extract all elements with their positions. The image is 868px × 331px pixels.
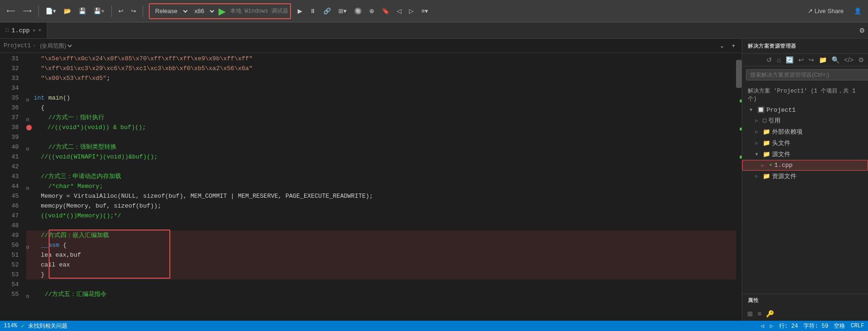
save-button[interactable]: 💾 xyxy=(76,6,89,16)
sidebar-settings-button[interactable]: ⚙ xyxy=(856,55,866,65)
code-line-48 xyxy=(26,221,736,230)
new-file-button[interactable]: 📄▾ xyxy=(43,6,59,16)
zoom-level[interactable]: 114% xyxy=(4,323,17,329)
sidebar-sync-button[interactable]: ↺ xyxy=(765,55,774,65)
tab-bar: □ 1.cpp ✕ × ⚙ xyxy=(0,22,868,39)
breakpoint-button[interactable]: 🔘 xyxy=(351,6,365,16)
status-spaces[interactable]: 空格 xyxy=(834,322,845,330)
config-release-select[interactable]: Release xyxy=(150,4,189,18)
save-all-button[interactable]: 💾+ xyxy=(91,6,108,16)
code-line-49: //方式四：嵌入汇编加载 xyxy=(26,230,736,240)
status-scroll-left[interactable]: ◁ xyxy=(761,323,764,330)
sidebar-undo-button[interactable]: ↩ xyxy=(796,55,806,65)
breadcrumb-scope-select[interactable]: (全局范围) xyxy=(38,42,73,50)
properties-grid-button[interactable]: ⊞ xyxy=(746,309,754,319)
sidebar-filter-button[interactable]: 🔍 xyxy=(830,55,841,65)
editor-container: Project1 › (全局范围) ⌄ + 31323334 35363738 … xyxy=(0,39,742,321)
sidebar-folder-button[interactable]: 📁 xyxy=(817,55,829,65)
tree-item-1cpp[interactable]: ▷ + 1.cpp xyxy=(742,160,868,171)
profile-button[interactable]: 👤 xyxy=(851,6,864,16)
tree-item-source[interactable]: ▼ 📁 源文件 xyxy=(742,149,868,160)
forward-button[interactable]: ⟶ xyxy=(20,6,35,16)
open-button[interactable]: 📂 xyxy=(61,6,74,16)
sidebar-refresh-button[interactable]: 🔄 xyxy=(784,55,795,65)
code-line-33: "\x00\x53\xff\xd5"; xyxy=(26,73,736,83)
code-line-31: "\x5e\xff\x0c\x24\x0f\x85\x70\xff\xff\xf… xyxy=(26,54,736,64)
tree-item-ext-deps[interactable]: ▷ 📁 外部依赖项 xyxy=(742,126,868,137)
more-button[interactable]: ≡▾ xyxy=(418,6,431,16)
code-line-46: memcpy(Memory, buf, sizeof(buf)); xyxy=(26,201,736,211)
chevron-ext: ▷ xyxy=(755,129,761,135)
status-scroll-right[interactable]: ▷ xyxy=(770,323,773,330)
breadcrumb-expand-button[interactable]: ⌄ xyxy=(717,41,727,51)
code-line-52: call eax xyxy=(26,260,736,270)
debug-play-button[interactable]: ▶ xyxy=(295,6,305,16)
toolbar: ⟵ ⟶ 📄▾ 📂 💾 💾+ ↩ ↪ Release x86 ▶ 本地 Windo… xyxy=(0,0,868,22)
properties-list-button[interactable]: ≡ xyxy=(756,309,763,319)
step-button[interactable]: ⏸ xyxy=(307,6,319,16)
project-icon: 🔲 xyxy=(757,106,765,114)
attach-button[interactable]: 🔗 xyxy=(321,6,334,16)
breakpoint-new[interactable]: ⊕ xyxy=(366,6,377,16)
live-share-button[interactable]: ↗ Live Share xyxy=(804,6,847,16)
back-button[interactable]: ⟵ xyxy=(4,6,18,16)
status-left: 114% ✔ 未找到相关问题 xyxy=(4,322,67,330)
fold-44[interactable]: ⊟ xyxy=(26,184,32,189)
config-arch-select[interactable]: x86 xyxy=(189,4,216,18)
undo-button[interactable]: ↩ xyxy=(116,6,126,16)
code-line-36: { xyxy=(26,103,736,113)
redo-button[interactable]: ↪ xyxy=(128,6,139,16)
sidebar-search-input[interactable] xyxy=(746,69,868,80)
breadcrumb-project[interactable]: Project1 xyxy=(4,43,31,49)
breakpoint-38 xyxy=(26,125,32,130)
ok-text: 未找到相关问题 xyxy=(28,323,67,330)
config-selector-box: Release x86 ▶ 本地 Windows 调试器 xyxy=(149,3,292,19)
tab-close-button[interactable]: × xyxy=(38,28,42,33)
code-line-41: //((void(WINAPI*)(void))&buf)(); xyxy=(26,152,736,162)
window-button[interactable]: ⊞▾ xyxy=(336,6,350,16)
tree-item-headers[interactable]: ▷ 📁 头文件 xyxy=(742,137,868,149)
code-line-38: //((void*)(void)) & buf)(); xyxy=(26,122,736,132)
source-icon: 📁 xyxy=(763,151,770,158)
bookmark-nav2[interactable]: ▷ xyxy=(406,6,416,16)
status-encoding[interactable]: CRLF xyxy=(851,323,864,329)
code-line-34 xyxy=(26,83,736,93)
status-line[interactable]: 行: 24 xyxy=(779,322,798,330)
sidebar-home-button[interactable]: ⌂ xyxy=(775,55,782,65)
scrollbar-thumb[interactable] xyxy=(736,60,742,88)
play-button[interactable]: ▶ xyxy=(216,5,228,18)
properties-title: 属性 xyxy=(748,298,759,303)
editor-settings-button[interactable]: ⚙ xyxy=(856,25,868,36)
solution-label: 解决方案 'Project1' (1 个项目，共 1 个) xyxy=(742,85,868,105)
bookmark-nav1[interactable]: ◁ xyxy=(394,6,404,16)
code-line-51: lea eax,buf xyxy=(26,250,736,260)
tree-label-resources: 资源文件 xyxy=(772,172,796,180)
fold-37[interactable]: ⊟ xyxy=(26,115,32,121)
chevron-resources: ▷ xyxy=(755,173,761,179)
breadcrumb-add-button[interactable]: + xyxy=(729,41,738,51)
fold-35[interactable]: ⊟ xyxy=(26,95,32,101)
code-line-37: ⊟ //方式一：指针执行 xyxy=(26,113,736,122)
sidebar-search-container xyxy=(742,66,868,83)
fold-50[interactable]: ⊟ xyxy=(26,243,32,248)
tree-item-resources[interactable]: ▷ 📁 资源文件 xyxy=(742,171,868,182)
fold-40[interactable]: ⊟ xyxy=(26,144,32,150)
code-content[interactable]: "\x5e\xff\x0c\x24\x0f\x85\x70\xff\xff\xf… xyxy=(22,53,736,321)
ext-icon: 📁 xyxy=(763,128,770,136)
tree-item-project1[interactable]: ▼ 🔲 Project1 xyxy=(742,105,868,115)
tab-icon: □ xyxy=(6,28,9,33)
bookmark-button[interactable]: 🔖 xyxy=(379,6,392,16)
sidebar-redo-button[interactable]: ↪ xyxy=(807,55,816,65)
tree-item-ref[interactable]: ▷ □ 引用 xyxy=(742,115,868,126)
vertical-scrollbar[interactable] xyxy=(736,53,742,321)
properties-header: 属性 xyxy=(742,294,868,307)
fold-55[interactable]: ⊟ xyxy=(26,292,32,297)
chevron-1cpp: ▷ xyxy=(761,163,767,168)
main-area: Project1 › (全局范围) ⌄ + 31323334 35363738 … xyxy=(0,39,868,321)
status-char[interactable]: 字符: 59 xyxy=(803,322,828,330)
code-line-50: ⊟ __asm { xyxy=(26,240,736,250)
sidebar-code-button[interactable]: </> xyxy=(842,55,855,65)
properties-key-button[interactable]: 🔑 xyxy=(765,309,775,319)
tab-1cpp[interactable]: □ 1.cpp ✕ × xyxy=(0,22,47,38)
resources-icon: 📁 xyxy=(763,173,770,180)
